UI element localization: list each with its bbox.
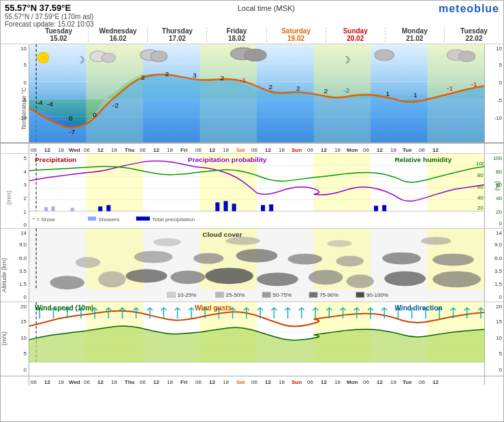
- svg-rect-94: [51, 206, 54, 211]
- svg-text:☽: ☽: [76, 54, 85, 65]
- svg-text:12: 12: [97, 379, 104, 385]
- svg-text:2: 2: [268, 83, 272, 91]
- svg-rect-90: [269, 204, 273, 211]
- alt-right-0: 0: [499, 294, 502, 300]
- day-date: 15.02: [29, 35, 88, 42]
- temp-chart-svg: -4 -4 0 0 -2 2 2 3 2 -1 2 2 2 -2 1 1 -1 …: [29, 44, 484, 142]
- svg-point-123: [134, 251, 173, 263]
- header-left: 55.57°N 37.59°E 55.57°N / 37.59°E (170m …: [5, 3, 94, 28]
- svg-text:06: 06: [140, 147, 146, 153]
- wind-unit: (m/s): [1, 331, 7, 346]
- temp-right-5: 5: [499, 62, 502, 68]
- svg-text:12: 12: [321, 147, 327, 153]
- svg-text:06: 06: [195, 379, 202, 385]
- svg-text:Cloud cover: Cloud cover: [202, 231, 242, 238]
- bottom-time-svg: 06 12 18 Wed 06 12 18 Thu 06 12 18 Fri 0…: [29, 376, 484, 386]
- svg-text:12: 12: [97, 147, 104, 153]
- svg-text:Sat: Sat: [236, 379, 245, 385]
- svg-text:12: 12: [377, 379, 383, 385]
- svg-text:3: 3: [193, 71, 197, 79]
- local-time: Local time (MSK): [238, 3, 295, 12]
- svg-text:Total precipitation: Total precipitation: [152, 216, 195, 223]
- wind-right-20: 20: [496, 304, 502, 310]
- svg-text:06: 06: [31, 147, 37, 153]
- day-monday-21: Monday 21.02: [385, 27, 445, 42]
- temp-5: 5: [24, 62, 27, 68]
- temp-y-axis: Temperature °C 10 5 0 -5 -10: [1, 44, 29, 142]
- svg-text:12: 12: [209, 379, 215, 385]
- temp-y-axis-right: 10 5 0 -5 -10: [484, 44, 503, 142]
- svg-text:100: 100: [476, 161, 484, 167]
- day-headers: Tuesday 15.02 Wednesday 16.02 Thursday 1…: [1, 25, 503, 44]
- main-container: 55.57°N 37.59°E 55.57°N / 37.59°E (170m …: [0, 0, 504, 422]
- svg-text:50-75%: 50-75%: [272, 292, 292, 298]
- svg-text:12: 12: [377, 147, 383, 153]
- alt-right-14: 14: [496, 230, 502, 236]
- svg-text:12: 12: [153, 379, 159, 385]
- svg-rect-142: [356, 292, 364, 297]
- temp-minus10: -10: [18, 115, 27, 121]
- brand-logo: meteoblue: [439, 3, 499, 15]
- svg-text:2: 2: [166, 70, 170, 78]
- svg-text:Tue: Tue: [403, 147, 412, 153]
- svg-point-31: [101, 53, 115, 63]
- svg-point-36: [375, 50, 394, 61]
- time-spacer-right: [484, 144, 503, 153]
- precip-y-axis: 5 4 3 2 1 0 (mm): [1, 154, 29, 228]
- precipitation-section: 5 4 3 2 1 0 (mm): [1, 154, 503, 229]
- svg-text:-1: -1: [447, 84, 453, 92]
- svg-text:06: 06: [251, 379, 257, 385]
- svg-rect-85: [106, 205, 110, 211]
- precip-1mm: 1: [24, 209, 27, 215]
- humidity-100: 100: [493, 155, 502, 161]
- wind-15: 15: [20, 319, 27, 325]
- svg-text:18: 18: [111, 379, 117, 385]
- svg-text:Sun: Sun: [292, 147, 302, 153]
- svg-point-122: [76, 257, 100, 268]
- svg-point-119: [347, 274, 374, 288]
- svg-point-124: [193, 253, 224, 264]
- svg-point-112: [50, 276, 84, 289]
- alt-14: 14: [20, 230, 27, 236]
- svg-rect-134: [167, 292, 175, 297]
- svg-text:75-90%: 75-90%: [319, 292, 338, 298]
- day-tuesday-15: Tuesday 15.02: [29, 27, 89, 42]
- svg-rect-93: [44, 207, 48, 211]
- svg-text:Wed: Wed: [69, 147, 80, 153]
- alt-6: 6.0: [19, 255, 27, 261]
- svg-text:1: 1: [385, 91, 390, 98]
- alt-0: 0: [24, 294, 27, 300]
- svg-text:18: 18: [279, 379, 285, 385]
- wind-right-0: 0: [499, 367, 502, 373]
- wind-20: 20: [20, 304, 27, 310]
- svg-rect-138: [262, 292, 270, 297]
- svg-rect-99: [136, 216, 150, 221]
- svg-rect-136: [215, 292, 223, 297]
- svg-text:Wind gusts: Wind gusts: [195, 304, 232, 312]
- svg-rect-89: [261, 205, 265, 211]
- alt-right-9: 9.0: [494, 242, 502, 248]
- cloud-y-axis: 14 9.0 6.0 3.5 1.5 0 Altitude (km): [1, 229, 29, 302]
- svg-point-120: [384, 271, 426, 286]
- wind-5: 5: [24, 351, 27, 357]
- svg-point-115: [170, 270, 205, 284]
- svg-rect-91: [374, 206, 378, 211]
- coordinates: 55.57°N 37.59°E: [5, 3, 94, 13]
- day-friday-18: Friday 18.02: [207, 27, 266, 42]
- svg-text:Thu: Thu: [125, 147, 135, 153]
- temp-right-0: 0: [499, 80, 502, 86]
- time-axis-1: 06 12 18 Wed 06 12 18 Thu 06 12 18 Fri 0…: [1, 143, 503, 154]
- svg-point-132: [327, 240, 351, 247]
- day-saturday-19: Saturday 19.02: [267, 27, 326, 42]
- svg-text:-1: -1: [240, 76, 246, 84]
- svg-rect-97: [88, 216, 96, 221]
- svg-text:Mon: Mon: [347, 147, 358, 153]
- time-axis-bottom: 06 12 18 Wed 06 12 18 Thu 06 12 18 Fri 0…: [1, 376, 503, 385]
- precip-3mm: 3: [24, 182, 27, 188]
- svg-text:06: 06: [363, 379, 369, 385]
- svg-text:1: 1: [413, 92, 418, 99]
- svg-rect-140: [309, 292, 317, 297]
- svg-text:0: 0: [69, 114, 73, 122]
- svg-text:18: 18: [390, 147, 396, 153]
- svg-point-126: [288, 254, 323, 265]
